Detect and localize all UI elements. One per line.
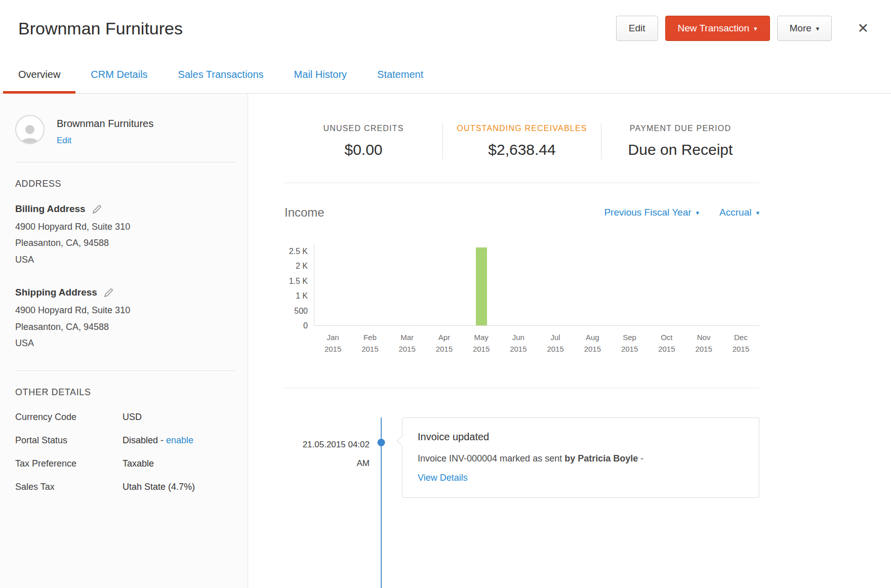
unused-credits-label: UNUSED CREDITS bbox=[290, 124, 437, 133]
income-chart-y-axis: 05001 K1.5 K2 K2.5 K bbox=[285, 244, 314, 326]
shipping-address-label-row: Shipping Address bbox=[15, 287, 235, 298]
chart-column: Nov 2015 bbox=[685, 244, 722, 325]
page-title: Brownman Furnitures bbox=[18, 19, 616, 38]
fiscal-year-filter-label: Previous Fiscal Year bbox=[604, 207, 691, 218]
income-section-header: Income Previous Fiscal Year ▾ Accrual ▾ bbox=[285, 205, 759, 220]
timeline-meridiem: AM bbox=[285, 454, 370, 473]
y-axis-tick-label: 500 bbox=[294, 307, 308, 316]
edit-shipping-address-icon[interactable] bbox=[104, 288, 113, 297]
event-text-suffix: - bbox=[638, 453, 643, 464]
address-line: Pleasanton, CA, 94588 bbox=[15, 319, 235, 335]
chart-column: Jun 2015 bbox=[500, 244, 537, 325]
chart-column: Sep 2015 bbox=[611, 244, 648, 325]
event-text: Invoice INV-000004 marked as sent by Pat… bbox=[418, 451, 744, 467]
income-filters: Previous Fiscal Year ▾ Accrual ▾ bbox=[604, 207, 759, 218]
chart-column: Mar 2015 bbox=[389, 244, 426, 325]
detail-value: Disabled - enable bbox=[123, 435, 193, 446]
avatar bbox=[15, 115, 45, 144]
caret-down-icon: ▾ bbox=[696, 209, 700, 216]
event-actor: by Patricia Boyle bbox=[564, 453, 638, 464]
detail-label: Currency Code bbox=[15, 412, 123, 423]
payment-due-period-stat: PAYMENT DUE PERIOD Due on Receipt bbox=[601, 123, 759, 159]
x-axis-tick-label: Sep 2015 bbox=[621, 331, 638, 355]
event-title: Invoice updated bbox=[418, 431, 744, 443]
address-line: 4900 Hopyard Rd, Suite 310 bbox=[15, 302, 235, 318]
summary-stats: UNUSED CREDITS $0.00 OUTSTANDING RECEIVA… bbox=[285, 123, 759, 159]
outstanding-receivables-value: $2,638.44 bbox=[448, 141, 596, 158]
more-button-label: More bbox=[790, 23, 812, 34]
caret-down-icon: ▾ bbox=[816, 25, 820, 32]
x-axis-tick-label: Apr 2015 bbox=[436, 331, 453, 355]
tab-bar: Overview CRM Details Sales Transactions … bbox=[0, 57, 891, 94]
billing-address-block: Billing Address 4900 Hopyard Rd, Suite 3… bbox=[15, 203, 235, 268]
y-axis-tick-label: 2.5 K bbox=[289, 247, 308, 256]
address-line: USA bbox=[15, 335, 235, 351]
sidebar-divider bbox=[15, 370, 235, 371]
portal-status-value: Disabled - bbox=[123, 435, 166, 445]
address-line: USA bbox=[15, 251, 235, 268]
x-axis-tick-label: Jun 2015 bbox=[510, 331, 526, 355]
billing-address-label: Billing Address bbox=[15, 203, 86, 215]
shipping-address-lines: 4900 Hopyard Rd, Suite 310 Pleasanton, C… bbox=[15, 302, 235, 351]
chart-column: Jan 2015 bbox=[314, 244, 351, 325]
close-icon[interactable]: ✕ bbox=[855, 18, 871, 38]
detail-label: Sales Tax bbox=[15, 482, 123, 492]
timeline-event-card: Invoice updated Invoice INV-000004 marke… bbox=[402, 417, 759, 498]
payment-due-period-value: Due on Receipt bbox=[606, 141, 754, 158]
view-details-link[interactable]: View Details bbox=[418, 473, 468, 483]
x-axis-tick-label: Nov 2015 bbox=[695, 331, 712, 355]
fiscal-year-filter[interactable]: Previous Fiscal Year ▾ bbox=[604, 207, 699, 218]
new-transaction-button[interactable]: New Transaction ▾ bbox=[665, 16, 770, 41]
unused-credits-value: $0.00 bbox=[290, 141, 437, 158]
outstanding-receivables-stat: OUTSTANDING RECEIVABLES $2,638.44 bbox=[442, 123, 601, 159]
edit-billing-address-icon[interactable] bbox=[93, 205, 101, 214]
more-button[interactable]: More ▾ bbox=[777, 16, 832, 41]
tab-sales-transactions[interactable]: Sales Transactions bbox=[163, 57, 279, 93]
x-axis-tick-label: Jan 2015 bbox=[325, 331, 341, 355]
tab-overview[interactable]: Overview bbox=[3, 57, 75, 93]
sidebar-divider bbox=[15, 162, 235, 162]
outstanding-receivables-label: OUTSTANDING RECEIVABLES bbox=[448, 124, 596, 133]
unused-credits-stat: UNUSED CREDITS $0.00 bbox=[285, 123, 442, 159]
address-line: Pleasanton, CA, 94588 bbox=[15, 235, 235, 251]
y-axis-tick-label: 2 K bbox=[296, 262, 308, 271]
x-axis-tick-label: Aug 2015 bbox=[584, 331, 601, 355]
caret-down-icon: ▾ bbox=[754, 25, 757, 32]
billing-address-lines: 4900 Hopyard Rd, Suite 310 Pleasanton, C… bbox=[15, 219, 235, 268]
income-chart: 05001 K1.5 K2 K2.5 K Jan 2015Feb 2015Mar… bbox=[285, 244, 759, 364]
income-bar[interactable] bbox=[476, 247, 487, 325]
payment-due-period-label: PAYMENT DUE PERIOD bbox=[606, 124, 754, 133]
accounting-basis-filter[interactable]: Accrual ▾ bbox=[719, 207, 759, 218]
tab-mail-history[interactable]: Mail History bbox=[279, 57, 362, 93]
edit-button-label: Edit bbox=[629, 23, 645, 34]
detail-value: USD bbox=[123, 412, 142, 423]
chart-column: May 2015 bbox=[463, 244, 500, 325]
edit-button[interactable]: Edit bbox=[616, 16, 658, 41]
timeline-dot bbox=[378, 439, 385, 446]
chart-column: Apr 2015 bbox=[426, 244, 463, 325]
tab-statement[interactable]: Statement bbox=[362, 57, 438, 93]
timeline-date: 21.05.2015 04:02 AM bbox=[285, 436, 370, 473]
income-chart-row: 05001 K1.5 K2 K2.5 K Jan 2015Feb 2015Mar… bbox=[285, 244, 759, 326]
x-axis-tick-label: Jul 2015 bbox=[547, 331, 563, 355]
timeline-date-text: 21.05.2015 04:02 bbox=[285, 436, 370, 454]
currency-code-row: Currency Code USD bbox=[15, 412, 235, 423]
content-area: Brownman Furnitures Edit ADDRESS Billing… bbox=[0, 94, 891, 588]
chart-column: Feb 2015 bbox=[351, 244, 388, 325]
customer-sidebar: Brownman Furnitures Edit ADDRESS Billing… bbox=[0, 94, 248, 588]
chart-column: Aug 2015 bbox=[574, 244, 611, 325]
customer-name: Brownman Furnitures bbox=[57, 118, 153, 130]
detail-value: Utah State (4.7%) bbox=[123, 482, 195, 492]
address-heading: ADDRESS bbox=[15, 179, 235, 189]
other-details-heading: OTHER DETAILS bbox=[15, 387, 235, 398]
section-divider bbox=[285, 183, 759, 183]
shipping-address-block: Shipping Address 4900 Hopyard Rd, Suite … bbox=[15, 287, 235, 351]
chart-column: Dec 2015 bbox=[722, 244, 759, 325]
y-axis-tick-label: 1 K bbox=[296, 291, 308, 301]
enable-portal-link[interactable]: enable bbox=[166, 435, 193, 445]
section-divider bbox=[285, 388, 759, 388]
address-line: 4900 Hopyard Rd, Suite 310 bbox=[15, 219, 235, 235]
edit-customer-link[interactable]: Edit bbox=[57, 136, 71, 146]
tab-crm-details[interactable]: CRM Details bbox=[75, 57, 163, 93]
detail-value: Taxable bbox=[123, 458, 154, 469]
